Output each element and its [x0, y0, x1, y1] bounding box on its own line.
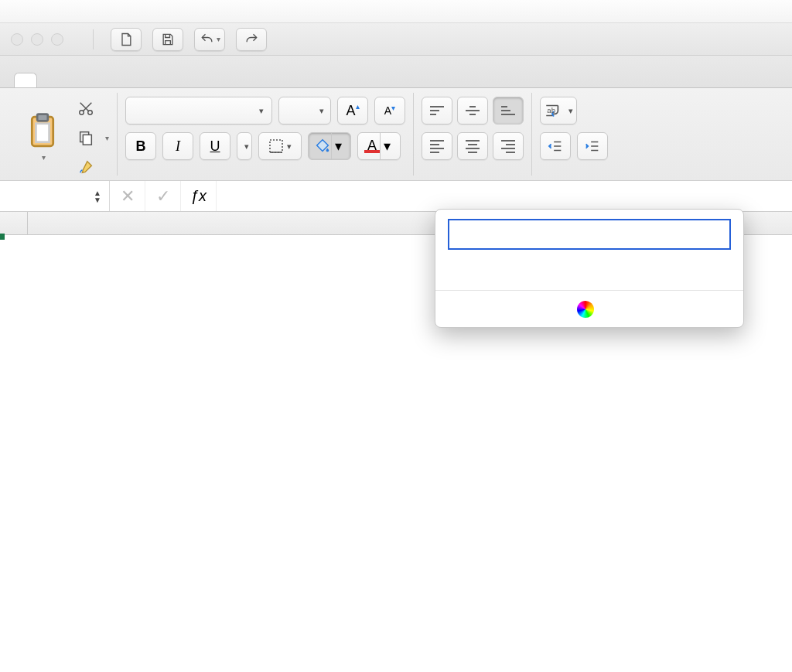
align-center-button[interactable]: [457, 132, 488, 160]
ribbon-home: ▾ ▾ ▾ ▾ A▴ A▾: [0, 88, 792, 181]
undo-icon: [200, 32, 215, 47]
outdent-icon: [547, 138, 564, 155]
chevron-down-icon[interactable]: ▾: [380, 133, 394, 159]
active-cell: [0, 235, 3, 238]
align-right-button[interactable]: [493, 132, 524, 160]
more-colors-button[interactable]: [435, 290, 743, 327]
zoom-window-button[interactable]: [51, 33, 63, 46]
svg-rect-1: [37, 114, 48, 121]
fill-color-button[interactable]: ▾: [308, 132, 351, 160]
undo-button[interactable]: ▾: [194, 28, 225, 51]
chevron-down-icon[interactable]: ▾: [331, 133, 345, 159]
scissors-icon: [77, 100, 94, 117]
minimize-window-button[interactable]: [31, 33, 43, 46]
copy-icon: [77, 129, 94, 146]
increase-indent-button[interactable]: [577, 132, 608, 160]
chevron-down-icon[interactable]: ▾: [217, 35, 220, 43]
ribbon-tabs: [0, 56, 792, 88]
select-all-corner[interactable]: [0, 212, 28, 234]
no-fill-button[interactable]: [448, 219, 731, 250]
chevron-down-icon: ▾: [319, 106, 324, 116]
tab-insert[interactable]: [63, 73, 85, 87]
font-family-select[interactable]: ▾: [125, 97, 272, 125]
name-box[interactable]: ▲▼: [0, 181, 110, 211]
align-middle-button[interactable]: [457, 97, 488, 125]
borders-icon: [268, 138, 284, 154]
save-button[interactable]: [152, 28, 183, 51]
group-alignment: [414, 93, 532, 176]
cancel-formula-button[interactable]: ✕: [110, 181, 145, 211]
wrap-text-icon: ab: [544, 101, 564, 121]
mac-menubar: [0, 0, 792, 23]
group-wrap: ab▾: [532, 93, 616, 176]
chevron-down-icon: ▾: [287, 142, 292, 152]
fx-button[interactable]: ƒx: [181, 181, 217, 211]
chevron-down-icon[interactable]: ▾: [42, 153, 46, 162]
formula-input[interactable]: [217, 181, 792, 211]
close-window-button[interactable]: [11, 33, 23, 46]
redo-button[interactable]: [236, 28, 267, 51]
save-icon: [160, 32, 176, 47]
chevron-down-icon: ▾: [568, 106, 573, 116]
svg-rect-2: [36, 123, 49, 142]
fill-color-popover: [435, 209, 744, 328]
chevron-down-icon: ▾: [244, 142, 249, 152]
new-file-button[interactable]: [111, 28, 142, 51]
chevron-down-icon[interactable]: ▾: [105, 134, 109, 142]
window-titlebar: ▾: [0, 23, 792, 56]
underline-button[interactable]: U: [200, 132, 230, 160]
italic-button[interactable]: I: [162, 132, 193, 160]
align-top-button[interactable]: [422, 97, 452, 125]
new-file-icon: [118, 32, 134, 47]
format-painter-button[interactable]: [77, 155, 109, 179]
tab-page-layout[interactable]: [111, 73, 133, 87]
tab-view[interactable]: [303, 73, 325, 87]
tab-data[interactable]: [207, 73, 229, 87]
formula-bar: ▲▼ ✕ ✓ ƒx: [0, 181, 792, 212]
cut-button[interactable]: [77, 96, 109, 121]
align-left-button[interactable]: [422, 132, 452, 160]
decrease-font-button[interactable]: A▾: [374, 97, 405, 125]
paintbrush-icon: [77, 159, 94, 176]
svg-rect-6: [83, 135, 91, 145]
indent-icon: [584, 138, 601, 155]
chevron-down-icon[interactable]: ▼: [94, 196, 101, 203]
tab-review[interactable]: [255, 73, 277, 87]
svg-rect-7: [270, 140, 282, 152]
align-bottom-button[interactable]: [493, 97, 524, 125]
wrap-text-button[interactable]: ab▾: [540, 97, 577, 125]
font-size-select[interactable]: ▾: [278, 97, 331, 125]
font-color-button[interactable]: A▾: [357, 132, 401, 160]
borders-button[interactable]: ▾: [258, 132, 302, 160]
clipboard-icon: [26, 113, 59, 150]
x-icon: ✕: [121, 186, 135, 206]
fx-icon: ƒx: [190, 187, 207, 205]
svg-text:ab: ab: [547, 106, 555, 114]
accept-formula-button[interactable]: ✓: [145, 181, 181, 211]
copy-button[interactable]: ▾: [77, 125, 109, 150]
group-font: ▾ ▾ A▴ A▾ B I U ▾ ▾ ▾ A▾: [118, 93, 414, 176]
traffic-lights: [11, 33, 63, 46]
group-clipboard: ▾ ▾: [8, 93, 118, 176]
check-icon: ✓: [156, 186, 170, 206]
tab-formulas[interactable]: [159, 73, 181, 87]
paint-bucket-icon: [314, 138, 331, 155]
redo-icon: [244, 32, 259, 47]
tab-home[interactable]: [14, 73, 37, 87]
decrease-indent-button[interactable]: [540, 132, 571, 160]
underline-dropdown[interactable]: ▾: [237, 132, 252, 160]
paste-button[interactable]: ▾: [15, 98, 70, 176]
increase-font-button[interactable]: A▴: [337, 97, 368, 125]
color-wheel-icon: [577, 301, 594, 318]
bold-button[interactable]: B: [125, 132, 156, 160]
chevron-down-icon: ▾: [259, 106, 264, 116]
color-indicator: [364, 150, 380, 153]
